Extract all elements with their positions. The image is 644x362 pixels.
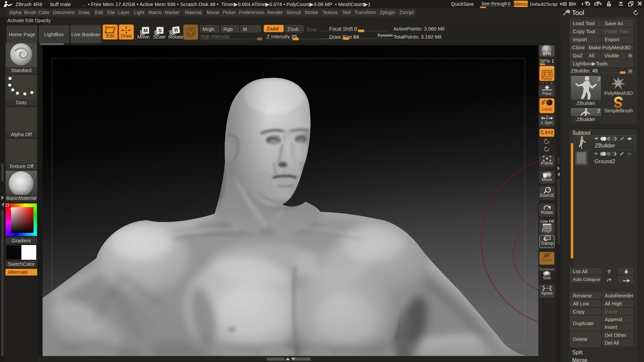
svg-text:Y: Y (547, 140, 550, 144)
svg-text:Z: Z (547, 148, 549, 152)
